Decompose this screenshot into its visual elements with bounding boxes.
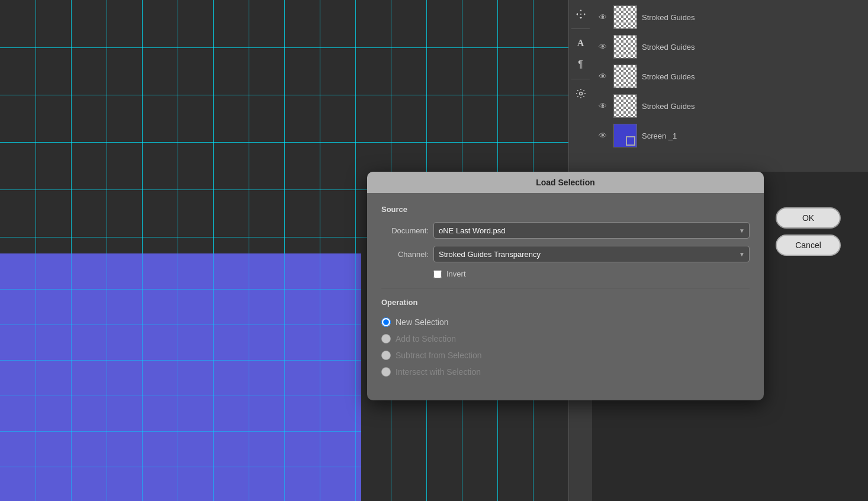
new-selection-label[interactable]: New Selection: [396, 317, 449, 327]
operation-section: New Selection Add to Selection Subtract …: [381, 315, 750, 386]
ok-button[interactable]: OK: [776, 207, 841, 229]
visibility-icon[interactable]: 👁: [597, 70, 609, 82]
layer-thumbnail: [613, 94, 637, 118]
canvas-blue-grid: [0, 253, 361, 501]
dialog-area: Load Selection Source Document: oNE Last…: [367, 172, 868, 501]
intersect-selection-label[interactable]: Intersect with Selection: [396, 367, 481, 377]
channel-label: Channel:: [381, 250, 429, 259]
layer-item[interactable]: 👁 Stroked Guides: [592, 2, 868, 32]
dialog-title-text: Load Selection: [536, 178, 595, 187]
invert-label[interactable]: Invert: [446, 269, 466, 278]
visibility-icon[interactable]: 👁: [597, 100, 609, 112]
document-select[interactable]: oNE Last Word.psd: [433, 222, 750, 239]
section-separator: [381, 288, 750, 288]
new-selection-radio[interactable]: [381, 317, 391, 327]
add-selection-label[interactable]: Add to Selection: [396, 334, 456, 343]
layer-name: Stroked Guides: [642, 43, 695, 52]
source-section-label: Source: [381, 205, 750, 214]
channel-select-wrapper: Stroked Guides Transparency: [433, 246, 750, 262]
dialog-content: Source Document: oNE Last Word.psd Chann…: [367, 193, 764, 400]
type-symbol: A: [577, 38, 584, 49]
layer-name: Stroked Guides: [642, 13, 695, 22]
visibility-icon[interactable]: 👁: [597, 130, 609, 142]
svg-point-0: [579, 92, 582, 95]
layer-thumbnail: [613, 124, 637, 147]
intersect-selection-radio[interactable]: [381, 367, 391, 377]
layer-item[interactable]: 👁 Screen _1: [592, 121, 868, 150]
load-selection-dialog: Load Selection Source Document: oNE Last…: [367, 172, 764, 400]
channel-row: Channel: Stroked Guides Transparency: [381, 246, 750, 262]
layer-thumbnail: [613, 5, 637, 29]
visibility-icon[interactable]: 👁: [597, 41, 609, 53]
dialog-buttons: OK Cancel: [776, 207, 841, 256]
invert-row: Invert: [381, 269, 750, 278]
paragraph-symbol: ¶: [578, 59, 583, 70]
divider2: [571, 79, 590, 79]
intersect-selection-option[interactable]: Intersect with Selection: [381, 367, 750, 377]
add-selection-radio[interactable]: [381, 334, 391, 343]
subtract-selection-label[interactable]: Subtract from Selection: [396, 351, 482, 360]
document-row: Document: oNE Last Word.psd: [381, 222, 750, 239]
paragraph-icon[interactable]: ¶: [571, 55, 590, 74]
add-selection-option[interactable]: Add to Selection: [381, 334, 750, 343]
settings-icon[interactable]: [571, 84, 590, 103]
visibility-icon[interactable]: 👁: [597, 11, 609, 23]
layer-item[interactable]: 👁 Stroked Guides: [592, 32, 868, 62]
subtract-selection-radio[interactable]: [381, 351, 391, 360]
layer-name: Screen _1: [642, 131, 677, 140]
new-selection-option[interactable]: New Selection: [381, 317, 750, 327]
channel-select[interactable]: Stroked Guides Transparency: [433, 246, 750, 262]
layer-item[interactable]: 👁 Stroked Guides: [592, 62, 868, 91]
layer-item[interactable]: 👁 Stroked Guides: [592, 91, 868, 121]
layer-name: Stroked Guides: [642, 72, 695, 81]
canvas-blue-section: [0, 253, 361, 501]
layer-thumbnail: [613, 65, 637, 88]
subtract-selection-option[interactable]: Subtract from Selection: [381, 351, 750, 360]
document-select-wrapper: oNE Last Word.psd: [433, 222, 750, 239]
layers-list: 👁 Stroked Guides 👁 Stroked Guides 👁 Stro…: [592, 0, 868, 153]
move-icon[interactable]: [571, 5, 590, 24]
invert-checkbox[interactable]: [433, 270, 442, 278]
type-icon[interactable]: A: [571, 34, 590, 53]
cancel-button[interactable]: Cancel: [776, 235, 841, 256]
divider: [571, 28, 590, 29]
document-label: Document:: [381, 226, 429, 235]
dialog-title: Load Selection: [367, 172, 764, 193]
layer-name: Stroked Guides: [642, 102, 695, 111]
layer-thumbnail: [613, 35, 637, 59]
operation-section-label: Operation: [381, 298, 750, 307]
layers-panel: 👁 Stroked Guides 👁 Stroked Guides 👁 Stro…: [592, 0, 868, 172]
